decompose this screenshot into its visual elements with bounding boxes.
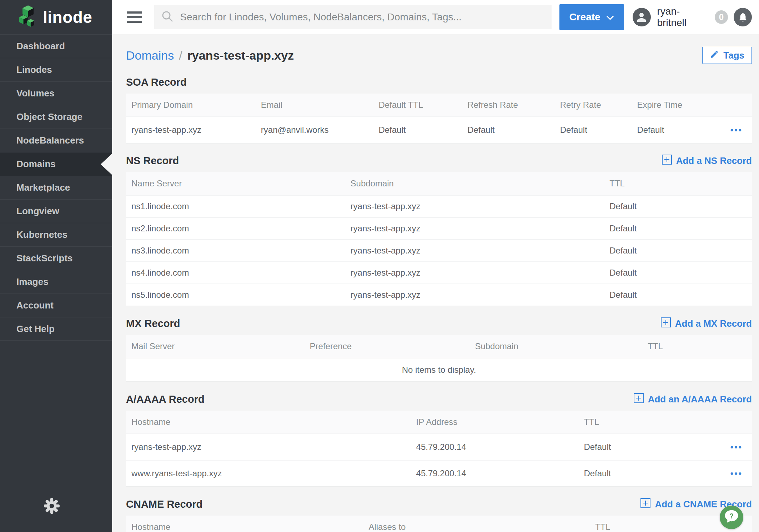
table-row: ns2.linode.com ryans-test-app.xyz Defaul… <box>126 217 752 239</box>
plus-square-icon <box>634 393 644 406</box>
mx-table: Mail Server Preference Subdomain TTL No … <box>126 335 752 382</box>
sidebar-item-longview[interactable]: Longview <box>0 199 112 223</box>
soa-retry-rate: Default <box>555 125 632 135</box>
a-ttl: Default <box>578 468 689 478</box>
sidebar-item-stackscripts[interactable]: StackScripts <box>0 246 112 270</box>
sidebar-item-label: Object Storage <box>16 111 82 122</box>
mx-section-title: MX Record <box>126 318 180 330</box>
column-header: Aliases to <box>363 522 590 532</box>
a-hostname: www.ryans-test-app.xyz <box>126 468 411 478</box>
chevron-down-icon <box>606 11 614 23</box>
search-icon <box>161 10 174 24</box>
soa-primary-domain: ryans-test-app.xyz <box>126 125 256 135</box>
linode-logo[interactable]: linode <box>0 0 112 34</box>
a-section-header: A/AAAA Record Add an A/AAAA Record <box>126 391 752 407</box>
column-header: TTL <box>578 417 689 427</box>
ns-subdomain: ryans-test-app.xyz <box>345 246 604 256</box>
mx-section-header: MX Record Add a MX Record <box>126 316 752 331</box>
app-window: linode Dashboard Linodes Volumes Object … <box>0 0 759 532</box>
pencil-icon <box>710 50 719 61</box>
notification-count-badge[interactable]: 0 <box>715 10 728 24</box>
sidebar-item-nodebalancers[interactable]: NodeBalancers <box>0 129 112 152</box>
ns-section-title: NS Record <box>126 155 179 167</box>
sidebar-item-linodes[interactable]: Linodes <box>0 58 112 81</box>
ns-subdomain: ryans-test-app.xyz <box>345 224 604 234</box>
add-mx-record-link[interactable]: Add a MX Record <box>661 317 752 330</box>
column-header: Preference <box>305 341 470 351</box>
table-row: www.ryans-test-app.xyz 45.79.200.14 Defa… <box>126 460 752 486</box>
hamburger-menu-icon[interactable] <box>127 11 142 23</box>
row-actions-menu-icon[interactable]: ••• <box>730 125 743 135</box>
a-ip-address: 45.79.200.14 <box>411 468 579 478</box>
ns-ttl: Default <box>604 290 752 300</box>
ns-ttl: Default <box>604 246 752 256</box>
cname-table-header: Hostname Aliases to TTL <box>126 516 752 532</box>
settings-gear-icon[interactable] <box>44 498 60 516</box>
sidebar-item-dashboard[interactable]: Dashboard <box>0 34 112 58</box>
row-actions-menu-icon[interactable]: ••• <box>730 468 743 478</box>
sidebar-item-marketplace[interactable]: Marketplace <box>0 176 112 199</box>
sidebar-item-label: Kubernetes <box>16 229 67 240</box>
sidebar-item-domains[interactable]: Domains <box>0 152 112 176</box>
column-header: Subdomain <box>345 179 604 189</box>
ns-ttl: Default <box>604 268 752 278</box>
sidebar-item-label: Volumes <box>16 88 54 99</box>
soa-table: Primary Domain Email Default TTL Refresh… <box>126 94 752 144</box>
ns-section-header: NS Record Add a NS Record <box>126 153 752 169</box>
cname-section-title: CNAME Record <box>126 498 202 510</box>
sidebar-item-account[interactable]: Account <box>0 293 112 317</box>
column-header: Primary Domain <box>126 100 256 110</box>
sidebar-item-object-storage[interactable]: Object Storage <box>0 105 112 129</box>
sidebar-item-label: Get Help <box>16 323 55 335</box>
soa-expire-time: Default <box>632 125 664 135</box>
column-header: IP Address <box>411 417 579 427</box>
add-ns-record-link[interactable]: Add a NS Record <box>662 155 752 167</box>
ns-ttl: Default <box>604 224 752 234</box>
soa-table-header: Primary Domain Email Default TTL Refresh… <box>126 94 752 116</box>
logo-wordmark: linode <box>43 7 92 27</box>
search-input[interactable] <box>180 11 544 23</box>
table-row: ryans-test-app.xyz 45.79.200.14 Default … <box>126 433 752 460</box>
plus-square-icon <box>640 498 650 511</box>
main-area: Create ryan-britnell 0 <box>112 0 759 532</box>
svg-text:?: ? <box>729 512 734 520</box>
ns-name-server: ns2.linode.com <box>126 224 345 234</box>
add-a-record-link[interactable]: Add an A/AAAA Record <box>634 393 752 406</box>
page-content: Domains / ryans-test-app.xyz Tags SOA Re… <box>112 34 759 532</box>
avatar[interactable] <box>633 8 651 26</box>
ns-subdomain: ryans-test-app.xyz <box>345 290 604 300</box>
column-header: Email <box>256 100 373 110</box>
row-actions-menu-icon[interactable]: ••• <box>730 442 743 452</box>
a-table-header: Hostname IP Address TTL <box>126 411 752 433</box>
notifications-bell-icon[interactable] <box>734 8 752 26</box>
sidebar-item-label: StackScripts <box>16 253 73 264</box>
table-row: ns1.linode.com ryans-test-app.xyz Defaul… <box>126 195 752 217</box>
breadcrumb-domains-link[interactable]: Domains <box>126 49 174 62</box>
soa-email: ryan@anvil.works <box>256 125 373 135</box>
column-header: Hostname <box>126 417 411 427</box>
a-ip-address: 45.79.200.14 <box>411 442 579 452</box>
table-row: ns4.linode.com ryans-test-app.xyz Defaul… <box>126 261 752 283</box>
sidebar-item-label: Dashboard <box>16 41 65 52</box>
username[interactable]: ryan-britnell <box>657 6 708 29</box>
sidebar-item-volumes[interactable]: Volumes <box>0 81 112 105</box>
sidebar-item-images[interactable]: Images <box>0 270 112 293</box>
help-button[interactable]: ? <box>720 506 743 529</box>
page-title: ryans-test-app.xyz <box>187 49 294 62</box>
cname-section-header: CNAME Record Add a CNAME Record <box>126 496 752 512</box>
breadcrumb-separator: / <box>179 49 182 62</box>
sidebar-item-label: Longview <box>16 206 59 217</box>
table-row: ns5.linode.com ryans-test-app.xyz Defaul… <box>126 283 752 306</box>
sidebar-item-get-help[interactable]: Get Help <box>0 317 112 341</box>
create-button[interactable]: Create <box>559 4 624 30</box>
ns-subdomain: ryans-test-app.xyz <box>345 201 604 211</box>
global-search <box>154 5 551 29</box>
account-cluster: ryan-britnell 0 <box>633 6 759 29</box>
column-header: TTL <box>642 341 752 351</box>
help-question-bubble-icon: ? <box>724 509 739 526</box>
create-button-label: Create <box>569 11 600 23</box>
sidebar-item-label: Domains <box>16 159 56 170</box>
sidebar-item-kubernetes[interactable]: Kubernetes <box>0 223 112 246</box>
tags-button[interactable]: Tags <box>702 47 752 64</box>
column-header: TTL <box>604 179 752 189</box>
